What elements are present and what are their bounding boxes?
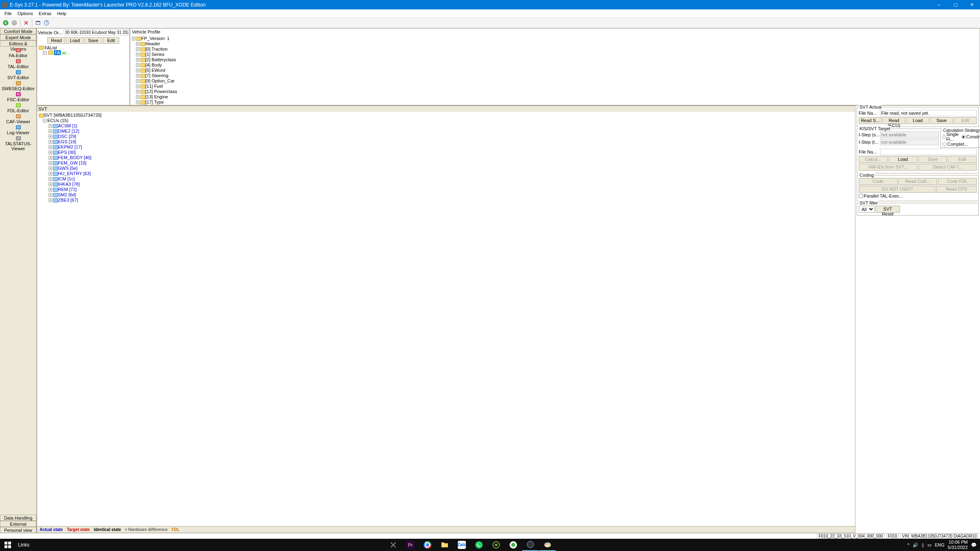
forward-icon[interactable]: [11, 19, 18, 27]
sb-editors-viewers[interactable]: Editors & Viewers: [0, 40, 36, 47]
taskbar-app-esys[interactable]: [522, 539, 539, 551]
svt-target-file-input[interactable]: [880, 149, 977, 155]
fa-tree-child[interactable]: FA: [54, 50, 61, 55]
fa-save-button[interactable]: Save: [85, 37, 102, 44]
target-detect-caf[interactable]: Detect CAF f...: [918, 164, 977, 171]
svt-ecu-item[interactable]: +REM [72]: [39, 187, 853, 192]
vp-tree[interactable]: +FP_Version: 1+Header+[0] Traction+[1] S…: [130, 35, 980, 105]
help-icon[interactable]: ?: [43, 19, 50, 27]
vp-item[interactable]: +[17] Type: [132, 100, 978, 105]
svt-actual-load[interactable]: Load: [906, 117, 929, 124]
tray-clock[interactable]: 10:06 PM 5/31/2022: [948, 540, 968, 550]
tray-battery-icon[interactable]: ▯: [922, 542, 924, 548]
fa-tree[interactable]: FAList −FAac...: [37, 44, 129, 105]
taskbar-app-paint[interactable]: [539, 539, 556, 551]
svt-reset-button[interactable]: SVT Reset: [875, 206, 900, 213]
fa-load-button[interactable]: Load: [66, 37, 83, 44]
target-edit[interactable]: Edit: [948, 156, 977, 163]
coding-code[interactable]: Code: [859, 178, 898, 185]
start-button[interactable]: [2, 539, 14, 551]
svt-actual-edit[interactable]: Edit: [954, 117, 977, 124]
sb-tool-log-viewer[interactable]: Log-Viewer: [0, 124, 36, 135]
svt-ecu-item[interactable]: +ICM [1c]: [39, 176, 853, 182]
svt-tree[interactable]: SVT [WBA3B11050J734720]−ECUs (15)+ACSM […: [37, 112, 855, 526]
svt-ecu-item[interactable]: +EGS [18]: [39, 139, 853, 144]
taskbar-app-explorer[interactable]: [437, 539, 453, 551]
tray-sound-icon[interactable]: 🔊: [913, 542, 918, 548]
svt-ecu-item[interactable]: +IHKA3 [78]: [39, 182, 853, 187]
menu-extras[interactable]: Extras: [36, 10, 54, 17]
svt-actual-read-s[interactable]: Read S...: [859, 117, 882, 124]
target-calc[interactable]: Calcul...: [859, 156, 888, 163]
minimize-button[interactable]: ─: [931, 0, 947, 9]
vp-item[interactable]: +Header: [132, 41, 978, 47]
target-load[interactable]: Load: [889, 156, 918, 163]
fa-read-button[interactable]: Read: [47, 37, 65, 44]
coding-fdl[interactable]: Code FDL: [938, 178, 977, 185]
svt-ecu-item[interactable]: +ACSM [1]: [39, 123, 853, 129]
maximize-button[interactable]: ▢: [947, 0, 964, 9]
menu-help[interactable]: Help: [55, 10, 69, 17]
sb-personal-view[interactable]: Personal view: [0, 527, 36, 533]
svt-ecu-item[interactable]: +DSC [29]: [39, 134, 853, 139]
svt-root[interactable]: SVT [WBA3B11050J734720]: [39, 113, 853, 118]
menu-file[interactable]: File: [2, 10, 14, 17]
menu-options[interactable]: Options: [15, 10, 36, 17]
target-hwids[interactable]: HW-IDs from SVT...: [859, 164, 918, 171]
svt-ecu-item[interactable]: +SM2 [6d]: [39, 192, 853, 198]
coding-read[interactable]: Read Codi...: [898, 178, 937, 185]
sb-external-app[interactable]: External Applicati...: [0, 521, 36, 527]
vp-item[interactable]: +[7] Steering: [132, 73, 978, 78]
vp-item[interactable]: +[1] Series: [132, 52, 978, 57]
sb-tool-svt-editor[interactable]: SVT-Editor: [0, 69, 36, 80]
vp-item[interactable]: +[0] Traction: [132, 47, 978, 52]
radio-construction[interactable]: [962, 135, 966, 139]
taskbar-app-zalo[interactable]: Zalo: [454, 539, 470, 551]
svt-ecu-item[interactable]: +EKPM2 [17]: [39, 144, 853, 150]
taskbar-app-chrome[interactable]: [419, 539, 436, 551]
svt-ecu-item[interactable]: +EPS [30]: [39, 150, 853, 155]
window-icon[interactable]: [34, 19, 42, 27]
radio-single[interactable]: [942, 135, 945, 139]
tray-lang[interactable]: ENG: [935, 542, 944, 547]
close-button[interactable]: ✕: [964, 0, 980, 9]
parallel-checkbox[interactable]: [859, 194, 863, 198]
sb-data-handling[interactable]: Data Handling: [0, 515, 36, 521]
svt-ecu-item[interactable]: +FEM_GW [10]: [39, 160, 853, 166]
taskbar-app-premiere[interactable]: Pr: [402, 539, 419, 551]
radio-complete[interactable]: [942, 142, 947, 146]
fa-edit-button[interactable]: Edit: [103, 37, 119, 44]
vp-item[interactable]: +FP_Version: 1: [132, 36, 978, 41]
vp-item[interactable]: +[9] Option_Car: [132, 78, 978, 84]
vp-item[interactable]: +[2] Batteryclass: [132, 57, 978, 62]
connect-icon[interactable]: [22, 19, 30, 27]
svt-ecus[interactable]: −ECUs (15): [39, 118, 853, 123]
tray-notifications-icon[interactable]: 💬: [971, 542, 977, 548]
sb-tool-talstatus-viewer[interactable]: TALSTATUS-Viewer: [0, 136, 36, 151]
svt-ecu-item[interactable]: +FEM_BODY [40]: [39, 155, 853, 160]
taskbar-app-whatsapp[interactable]: [471, 539, 487, 551]
taskbar-app-6[interactable]: [505, 539, 521, 551]
coding-donotuse[interactable]: DO NOT USE!!!: [859, 186, 935, 193]
svt-ecu-item[interactable]: +ZBE3 [67]: [39, 198, 853, 203]
vp-item[interactable]: +[12] Powerclass: [132, 89, 978, 94]
tray-network-icon[interactable]: ▭: [927, 542, 931, 548]
sb-tool-caf-viewer[interactable]: CAF-Viewer: [0, 113, 36, 124]
sb-tool-fsc-editor[interactable]: FSC-Editor: [0, 91, 36, 102]
target-save[interactable]: Save: [918, 156, 947, 163]
sb-comfort-mode[interactable]: Comfort Mode: [0, 28, 36, 34]
vp-item[interactable]: +[11] Fuel: [132, 84, 978, 89]
vp-item[interactable]: +[4] Body: [132, 62, 978, 68]
taskbar-app-5[interactable]: [488, 539, 504, 551]
vp-item[interactable]: +[13] Engine: [132, 94, 978, 100]
sb-tool-fa-editor[interactable]: FA-Editor: [0, 47, 36, 58]
tray-chevron-icon[interactable]: ^: [907, 542, 909, 547]
svt-ecu-item[interactable]: +GWS [5e]: [39, 166, 853, 171]
svt-actual-file-input[interactable]: [880, 110, 977, 116]
vp-item[interactable]: +[5] EWord: [132, 68, 978, 73]
svt-actual-save[interactable]: Save: [930, 117, 953, 124]
sb-tool-fdl-editor[interactable]: FDL-Editor: [0, 102, 36, 113]
svt-filter-select[interactable]: All: [859, 206, 875, 213]
sb-expert-mode[interactable]: Expert Mode: [0, 34, 36, 40]
back-icon[interactable]: [2, 19, 9, 27]
